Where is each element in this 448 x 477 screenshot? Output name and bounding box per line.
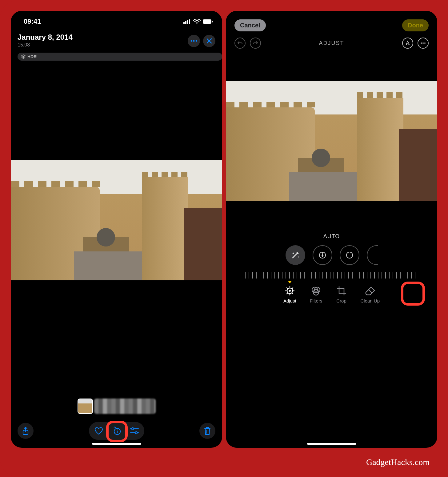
- status-bar: 09:41: [11, 11, 222, 27]
- editor-tabs: Adjust Filters Crop: [226, 283, 437, 312]
- adjustment-name-label: AUTO: [226, 233, 437, 240]
- wand-icon: [291, 251, 300, 260]
- comparison-frame: 09:41 January 8, 2014 15:08: [0, 0, 448, 477]
- screens-container: 09:41 January 8, 2014 15:08: [11, 11, 437, 448]
- thumbnail-strip[interactable]: [78, 399, 156, 414]
- adjust-icon: [284, 285, 295, 296]
- tab-crop-label: Crop: [336, 298, 346, 303]
- share-button[interactable]: [18, 423, 34, 439]
- svg-point-21: [424, 42, 426, 44]
- layers-icon: [21, 54, 26, 59]
- editor-header-icons: [402, 38, 429, 49]
- photo-image: [11, 160, 222, 280]
- svg-rect-5: [212, 21, 213, 22]
- trash-button[interactable]: [199, 423, 215, 439]
- svg-point-20: [422, 42, 424, 44]
- thumbnail-neighbors[interactable]: [94, 399, 156, 414]
- wifi-icon: [193, 19, 201, 24]
- done-button[interactable]: Done: [402, 19, 429, 31]
- editor-section-title: ADJUST: [319, 40, 344, 46]
- svg-point-6: [191, 40, 192, 42]
- undo-button[interactable]: [234, 38, 246, 49]
- status-time: 09:41: [24, 18, 41, 26]
- favorite-button[interactable]: [90, 423, 107, 439]
- active-tab-indicator: [288, 281, 292, 283]
- adjustment-dials[interactable]: [226, 245, 437, 265]
- photo-viewer-screen: 09:41 January 8, 2014 15:08: [11, 11, 222, 448]
- svg-line-33: [287, 293, 287, 294]
- editor-header: ADJUST: [226, 33, 437, 49]
- svg-rect-1: [185, 21, 186, 24]
- battery-icon: [202, 19, 213, 24]
- editor-more-button[interactable]: [418, 38, 429, 49]
- photo-viewport[interactable]: [11, 61, 222, 399]
- photo-editor-screen: Cancel Done ADJUST: [226, 11, 437, 448]
- hdr-badge: HDR: [18, 53, 222, 61]
- toolbar-center-group: [89, 422, 144, 440]
- status-icons: [183, 19, 213, 24]
- filters-icon: [310, 285, 322, 296]
- exposure-icon: [318, 251, 326, 259]
- cancel-button[interactable]: Cancel: [234, 19, 266, 31]
- svg-rect-3: [189, 19, 190, 24]
- tab-cleanup-label: Clean Up: [361, 298, 380, 303]
- svg-rect-0: [183, 22, 185, 24]
- redo-button[interactable]: [250, 38, 261, 49]
- svg-line-38: [369, 290, 372, 293]
- dial-brilliance[interactable]: [340, 245, 359, 265]
- tab-cleanup[interactable]: Clean Up: [361, 285, 380, 303]
- svg-point-26: [289, 290, 291, 292]
- edit-button[interactable]: [126, 423, 143, 439]
- svg-point-24: [346, 252, 353, 258]
- svg-point-23: [322, 252, 323, 253]
- dial-next[interactable]: [367, 245, 378, 265]
- tab-adjust[interactable]: Adjust: [283, 285, 296, 303]
- svg-line-34: [292, 288, 293, 288]
- tab-filters-label: Filters: [310, 298, 322, 303]
- editor-photo-viewport[interactable]: [226, 61, 437, 221]
- close-button[interactable]: [203, 35, 215, 47]
- more-button[interactable]: [188, 35, 200, 47]
- svg-point-16: [135, 432, 137, 434]
- svg-line-31: [287, 288, 287, 288]
- photo-date: January 8, 2014: [18, 33, 73, 42]
- crop-icon: [336, 285, 347, 296]
- dial-auto[interactable]: [286, 245, 305, 265]
- cellular-icon: [183, 19, 191, 24]
- photo-header: January 8, 2014 15:08: [11, 27, 222, 50]
- tab-crop[interactable]: Crop: [336, 285, 347, 303]
- svg-point-8: [196, 40, 197, 42]
- dial-exposure[interactable]: [313, 245, 332, 265]
- home-indicator[interactable]: [307, 443, 356, 445]
- header-buttons: [188, 35, 215, 47]
- svg-line-32: [292, 293, 293, 294]
- tab-filters[interactable]: Filters: [310, 285, 322, 303]
- attribution-text: GadgetHacks.com: [366, 457, 430, 467]
- info-button[interactable]: [108, 423, 125, 439]
- undo-redo-group: [234, 38, 261, 49]
- photo-date-block: January 8, 2014 15:08: [18, 33, 73, 48]
- home-indicator[interactable]: [92, 443, 141, 445]
- svg-point-19: [421, 42, 422, 44]
- markup-button[interactable]: [402, 38, 413, 49]
- eraser-icon: [365, 285, 376, 296]
- adjustment-slider[interactable]: [245, 272, 418, 279]
- hdr-label: HDR: [27, 54, 37, 59]
- svg-point-13: [131, 428, 134, 430]
- cleanup-highlight: [401, 282, 425, 306]
- editor-photo-image: [226, 81, 437, 201]
- brilliance-icon: [346, 251, 354, 259]
- svg-rect-2: [187, 20, 188, 24]
- photo-time: 15:08: [18, 42, 73, 48]
- svg-point-12: [117, 429, 118, 430]
- thumbnail-current[interactable]: [78, 399, 93, 414]
- svg-point-10: [115, 427, 115, 428]
- svg-point-7: [193, 40, 195, 42]
- svg-rect-4: [203, 19, 211, 24]
- editor-topbar: Cancel Done: [226, 11, 437, 33]
- tab-adjust-label: Adjust: [283, 298, 296, 303]
